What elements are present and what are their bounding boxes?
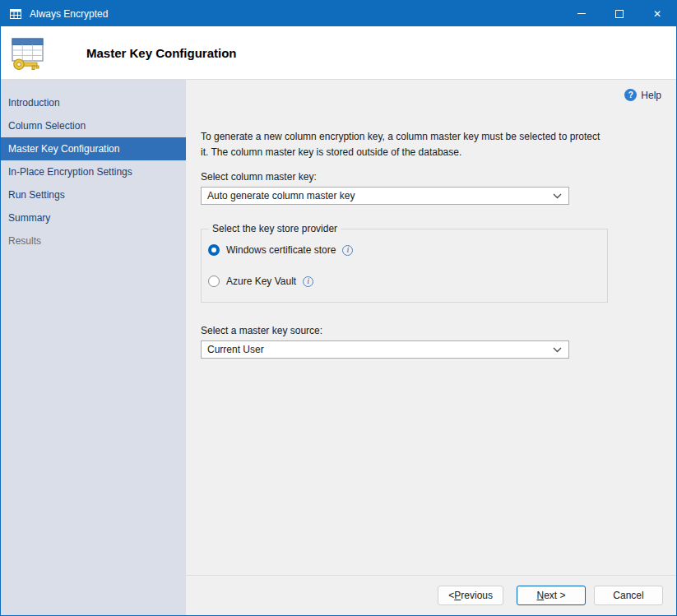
- next-button-rest: ext >: [544, 590, 565, 601]
- previous-button-rest: revious: [461, 590, 493, 601]
- chevron-down-icon: [553, 347, 562, 353]
- radio-label-azure-key-vault: Azure Key Vault: [226, 276, 296, 287]
- info-icon-windows-certificate-store[interactable]: i: [342, 245, 353, 256]
- master-key-source-label: Select a master key source:: [201, 325, 676, 336]
- wizard-footer: < Previous Next > Cancel: [186, 575, 676, 615]
- sidebar-item-results: Results: [1, 229, 186, 252]
- radio-azure-key-vault[interactable]: [208, 276, 220, 287]
- always-encrypted-window: Always Encrypted ✕ Master Key Con: [0, 0, 677, 616]
- cmk-dropdown-value: Auto generate column master key: [207, 190, 355, 201]
- page-title: Master Key Configuration: [86, 46, 237, 60]
- help-icon: ?: [624, 89, 637, 101]
- key-store-provider-groupbox: Select the key store provider Windows ce…: [201, 223, 608, 303]
- minimize-icon: [577, 13, 586, 14]
- sidebar-item-column-selection[interactable]: Column Selection: [1, 114, 186, 137]
- minimize-button[interactable]: [563, 1, 600, 26]
- window-controls: ✕: [563, 1, 676, 26]
- close-icon: ✕: [653, 9, 661, 19]
- intro-line-1: To generate a new column encryption key,…: [201, 129, 637, 145]
- key-store-provider-legend: Select the key store provider: [209, 223, 341, 234]
- app-icon: [9, 7, 22, 21]
- sidebar-item-master-key-configuration[interactable]: Master Key Configuration: [1, 137, 186, 160]
- table-key-icon: [8, 33, 48, 72]
- master-key-source-value: Current User: [207, 344, 264, 355]
- intro-text: To generate a new column encryption key,…: [201, 129, 637, 160]
- radio-windows-certificate-store[interactable]: [208, 244, 220, 256]
- main-panel: ? Help To generate a new column encrypti…: [186, 80, 676, 615]
- chevron-down-icon: [553, 193, 562, 199]
- close-button[interactable]: ✕: [638, 1, 676, 26]
- next-button-mnemonic: N: [536, 590, 544, 601]
- radio-label-windows-certificate-store: Windows certificate store: [226, 244, 336, 256]
- window-titlebar: Always Encrypted ✕: [1, 1, 676, 26]
- maximize-button[interactable]: [600, 1, 638, 26]
- maximize-icon: [615, 10, 624, 18]
- sidebar-item-introduction[interactable]: Introduction: [1, 91, 186, 114]
- previous-button[interactable]: < Previous: [438, 586, 503, 605]
- sidebar-item-summary[interactable]: Summary: [1, 206, 186, 229]
- next-button[interactable]: Next >: [517, 586, 586, 605]
- sidebar-item-run-settings[interactable]: Run Settings: [1, 183, 186, 206]
- wizard-sidebar: Introduction Column Selection Master Key…: [1, 80, 186, 615]
- window-title: Always Encrypted: [30, 8, 108, 20]
- radio-row-windows-certificate-store[interactable]: Windows certificate store i: [208, 244, 607, 256]
- previous-button-prefix: <: [448, 590, 454, 601]
- wizard-header: Master Key Configuration: [1, 26, 676, 80]
- cmk-dropdown[interactable]: Auto generate column master key: [201, 187, 569, 205]
- master-key-source-dropdown[interactable]: Current User: [201, 340, 569, 359]
- sidebar-item-in-place-encryption-settings[interactable]: In-Place Encryption Settings: [1, 160, 186, 183]
- help-link[interactable]: ? Help: [624, 89, 661, 101]
- cancel-button[interactable]: Cancel: [594, 586, 663, 605]
- help-label: Help: [641, 90, 661, 101]
- previous-button-mnemonic: P: [454, 590, 461, 601]
- radio-row-azure-key-vault[interactable]: Azure Key Vault i: [208, 276, 607, 287]
- cmk-label: Select column master key:: [201, 171, 676, 183]
- intro-line-2: it. The column master key is stored outs…: [201, 145, 637, 160]
- info-icon-azure-key-vault[interactable]: i: [303, 276, 313, 287]
